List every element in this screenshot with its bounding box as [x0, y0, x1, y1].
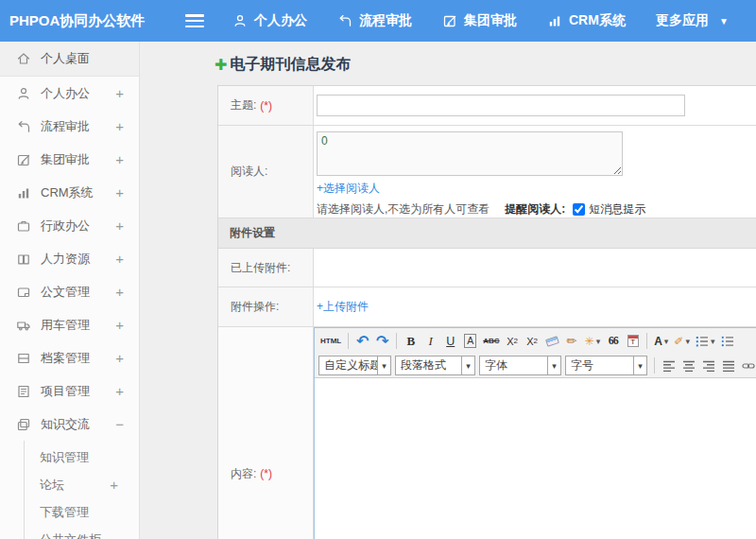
nav-more-apps[interactable]: 更多应用 ▼: [656, 12, 729, 29]
subject-input[interactable]: [317, 95, 685, 116]
upload-attachment-link[interactable]: +上传附件: [317, 299, 369, 315]
sidebar-item-workflow-approval[interactable]: 流程审批 +: [0, 110, 139, 143]
expand-toggle[interactable]: +: [115, 85, 124, 101]
nav-personal-office[interactable]: 个人办公: [232, 12, 307, 29]
bar-chart-icon: [547, 13, 562, 28]
expand-toggle[interactable]: +: [115, 317, 124, 333]
briefcase-icon: [16, 218, 31, 234]
align-center-button[interactable]: [679, 356, 697, 375]
sidebar-item-crm-system[interactable]: CRM系统 +: [0, 176, 139, 209]
font-family-select[interactable]: 字体▾: [479, 356, 561, 375]
sidebar-item-label: 个人办公: [41, 85, 115, 102]
link-icon: [742, 359, 755, 373]
font-size-select[interactable]: 字号▾: [565, 356, 647, 375]
align-justify-button[interactable]: [719, 356, 737, 375]
quick-format-button[interactable]: ✳▾: [583, 332, 603, 351]
sms-notify-checkbox[interactable]: [573, 203, 585, 216]
underline-button[interactable]: U: [441, 332, 459, 351]
sidebar-subitem-label: 公共文件柜: [40, 531, 118, 539]
bar-chart-icon: [16, 185, 31, 200]
expand-toggle[interactable]: +: [115, 383, 124, 399]
sidebar-item-personal-desktop[interactable]: 个人桌面: [0, 42, 139, 77]
ordered-list-button[interactable]: ▾: [694, 332, 717, 351]
expand-toggle[interactable]: +: [115, 284, 124, 300]
chat-copy-icon: [16, 417, 31, 432]
highlight-color-button[interactable]: ✐▾: [672, 332, 692, 351]
content-row: 内容: (*) HTML ↶ ↷ B I U A: [218, 327, 756, 539]
subscript-button[interactable]: X2: [524, 332, 541, 351]
strikethrough-button[interactable]: ABC: [481, 332, 501, 351]
expand-toggle[interactable]: +: [115, 350, 124, 366]
caret-down-icon: ▾: [711, 337, 715, 346]
page-title: 电子期刊信息发布: [230, 55, 351, 75]
menu-toggle-icon[interactable]: [185, 14, 204, 27]
eraser-icon: [545, 336, 559, 347]
sidebar-item-archive-mgmt[interactable]: 档案管理 +: [0, 341, 139, 374]
source-code-button[interactable]: HTML: [318, 332, 343, 351]
select-readers-link[interactable]: +选择阅读人: [317, 181, 380, 197]
sidebar-subitem-public-file-cabinet[interactable]: 公共文件柜: [25, 526, 139, 539]
sidebar-item-admin-office[interactable]: 行政办公 +: [0, 209, 139, 242]
align-left-button[interactable]: [660, 356, 678, 375]
sidebar-item-knowledge-exchange[interactable]: 知识交流 −: [0, 408, 139, 441]
bold-button[interactable]: B: [402, 332, 420, 351]
italic-button[interactable]: I: [421, 332, 439, 351]
remove-format-button[interactable]: [543, 332, 561, 351]
sidebar-item-personal-office[interactable]: 个人办公 +: [0, 77, 139, 110]
nav-label: 集团审批: [464, 12, 517, 29]
magic-wand-icon: ✳: [585, 335, 594, 348]
archive-icon: [16, 351, 31, 366]
nav-label: CRM系统: [569, 12, 626, 29]
blockquote-button[interactable]: 66: [604, 332, 622, 351]
readers-label: 阅读人:: [218, 126, 314, 217]
uploaded-attachments-row: 已上传附件:: [218, 249, 756, 287]
align-right-button[interactable]: [699, 356, 717, 375]
nav-workflow-approval[interactable]: 流程审批: [337, 12, 412, 29]
insert-link-button[interactable]: [739, 356, 756, 375]
paragraph-format-select[interactable]: 段落格式▾: [395, 356, 475, 375]
expand-toggle[interactable]: +: [115, 151, 124, 167]
caret-down-icon: ▾: [461, 356, 474, 374]
caret-down-icon: ▾: [547, 356, 560, 374]
collapse-toggle[interactable]: −: [115, 416, 124, 432]
font-style-button[interactable]: A: [461, 332, 479, 351]
redo-button[interactable]: ↷: [373, 332, 391, 351]
font-color-button[interactable]: A▾: [652, 332, 670, 351]
readers-textarea[interactable]: 0: [317, 131, 623, 176]
sidebar-item-vehicle-mgmt[interactable]: 用车管理 +: [0, 308, 139, 341]
editor-content-area[interactable]: [315, 378, 756, 539]
sidebar-item-group-approval[interactable]: 集团审批 +: [0, 143, 139, 176]
expand-toggle[interactable]: +: [115, 118, 124, 134]
required-mark: (*): [260, 99, 272, 113]
align-right-icon: [702, 359, 715, 373]
paste-text-button[interactable]: T: [624, 332, 642, 351]
sidebar-item-label: 行政办公: [41, 217, 115, 235]
sidebar-item-document-mgmt[interactable]: 公文管理 +: [0, 275, 139, 308]
publish-form: 主题: (*) 阅读人: 0 +选择阅读人 请选择阅读人,不选为所有人可查看 提…: [217, 85, 756, 539]
sidebar-item-label: 集团审批: [41, 151, 115, 168]
readers-hint: 请选择阅读人,不选为所有人可查看: [317, 201, 490, 217]
sidebar-subitem-forum[interactable]: 论坛 +: [25, 471, 139, 498]
sms-notify-label: 短消息提示: [589, 201, 645, 217]
sidebar-item-project-mgmt[interactable]: 项目管理 +: [0, 374, 139, 408]
edit-icon: [442, 13, 457, 28]
nav-crm-system[interactable]: CRM系统: [547, 12, 626, 29]
expand-toggle[interactable]: +: [115, 251, 124, 267]
nav-group-approval[interactable]: 集团审批: [442, 12, 517, 29]
editor-toolbar-row1: HTML ↶ ↷ B I U A ABC X2 X2 ✏: [315, 328, 756, 354]
heading-select[interactable]: 自定义标题▾: [318, 356, 391, 375]
marker-icon: ✐: [674, 335, 683, 348]
format-brush-button[interactable]: ✏: [563, 332, 581, 351]
sidebar-subitem-download-mgmt[interactable]: 下载管理: [25, 498, 139, 526]
expand-toggle[interactable]: +: [115, 184, 124, 200]
expand-toggle[interactable]: +: [110, 477, 118, 493]
undo-button[interactable]: ↶: [353, 332, 371, 351]
expand-toggle[interactable]: +: [115, 217, 124, 234]
sidebar-item-human-resources[interactable]: 人力资源 +: [0, 242, 139, 275]
sidebar: 个人桌面 个人办公 + 流程审批 + 集团审批 + CRM系统 + 行政办公 +…: [0, 42, 140, 539]
sidebar-item-label: 知识交流: [41, 416, 115, 433]
superscript-button[interactable]: X2: [504, 332, 522, 351]
sidebar-subitem-knowledge-mgmt[interactable]: 知识管理: [25, 443, 139, 471]
subject-label: 主题: (*): [218, 86, 314, 125]
unordered-list-button[interactable]: [718, 332, 736, 351]
